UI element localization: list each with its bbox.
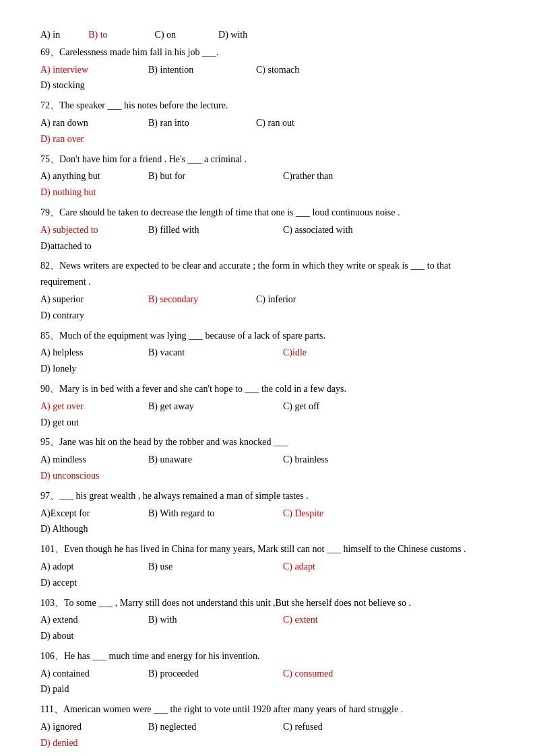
answer-85: A) helpless B) vacant C)idle D) lonely [40, 345, 495, 377]
answer-75: A) anything but B) but for C)rather than… [40, 168, 495, 201]
question-106: 106、He has ___ much time and energy for … [40, 648, 495, 664]
question-69: 69、Carelessness made him fall in his job… [40, 44, 495, 61]
answer-82: A) superior B) secondary C) inferior D) … [40, 291, 495, 324]
question-97: 97、___ his great wealth , he always rema… [40, 488, 495, 504]
question-85: 85、Much of the equipment was lying ___ b… [40, 328, 495, 344]
exam-content: A) in B) to C) on D) with 69、Carelessnes… [40, 27, 495, 756]
answer-90: A) get over B) get away C) get off D) ge… [40, 399, 495, 431]
question-101: 101、Even though he has lived in China fo… [40, 541, 495, 557]
answer-106: A) contained B) proceeded C) consumed D)… [40, 666, 495, 698]
question-90: 90、Mary is in bed with a fever and she c… [40, 381, 495, 397]
header-answer-line: A) in B) to C) on D) with [40, 27, 495, 43]
answer-95: A) mindless B) unaware C) brainless D) u… [40, 452, 495, 484]
question-103: 103、To some ___ , Marry still does not u… [40, 595, 495, 611]
question-95: 95、Jane was hit on the head by the robbe… [40, 434, 495, 450]
answer-79: A) subjected to B) filled with C) associ… [40, 222, 495, 254]
answer-97: A)Except for B) With regard to C) Despit… [40, 506, 495, 538]
answer-72: A) ran down B) ran into C) ran out D) ra… [40, 115, 495, 147]
answer-101: A) adopt B) use C) adapt D) accept [40, 559, 495, 591]
question-72: 72、The speaker ___ his notes before the … [40, 98, 495, 114]
question-82: 82、News writers are expected to be clear… [40, 258, 495, 290]
question-79: 79、Care should be taken to decrease the … [40, 205, 495, 221]
answer-111: A) ignored B) neglected C) refused D) de… [40, 719, 495, 751]
question-111: 111、American women were ___ the right to… [40, 701, 495, 718]
answer-69: A) interview B) intention C) stomach D) … [40, 62, 495, 94]
question-75: 75、Don't have him for a friend . He's __… [40, 151, 495, 168]
answer-103: A) extend B) with C) extent D) about [40, 612, 495, 644]
